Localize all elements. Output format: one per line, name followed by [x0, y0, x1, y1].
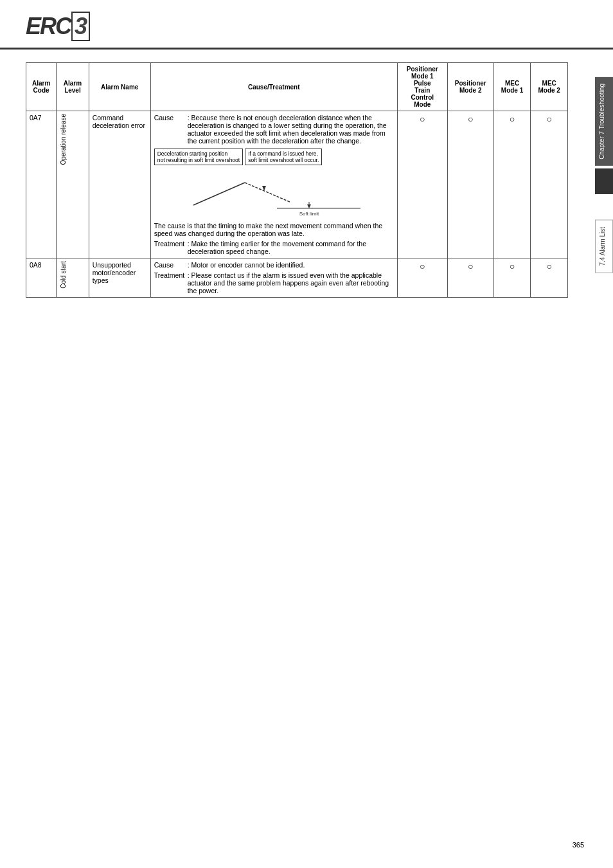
svg-line-1 — [245, 183, 290, 202]
alarm-level-0a7: Operation release — [57, 111, 89, 258]
svg-marker-5 — [307, 204, 311, 208]
header-mec-mode1: MECMode 1 — [493, 63, 531, 111]
cause-text2-0a7: The cause is that the timing to make the… — [154, 222, 394, 237]
diagram-0a7: Deceleration starting positionnot result… — [154, 149, 394, 218]
cause-label: Cause — [154, 114, 186, 122]
sidebar-dark-block — [595, 168, 613, 194]
header-positioner-mode1: PositionerMode 1PulseTrainControlMode — [397, 63, 447, 111]
alarm-table: AlarmCode AlarmLevel Alarm Name Cause/Tr… — [26, 62, 568, 298]
positioner-mode1-0a8: ○ — [397, 258, 447, 298]
svg-text:Soft limit: Soft limit — [299, 211, 319, 217]
motion-diagram-svg: Soft limit — [181, 167, 367, 218]
section-label: 7.4 Alarm List — [595, 220, 613, 273]
alarm-level-text-0a8: Cold start — [60, 261, 67, 289]
right-sidebar: Chapter 7 Troubleshooting 7.4 Alarm List — [595, 0, 613, 868]
header-alarm-code: AlarmCode — [26, 63, 57, 111]
alarm-name-0a8: Unsupported motor/encoder types — [89, 258, 150, 298]
diagram-box1: Deceleration starting positionnot result… — [154, 149, 244, 165]
alarm-level-0a8: Cold start — [57, 258, 89, 298]
cause-treatment-0a8: Cause : Motor or encoder cannot be ident… — [150, 258, 397, 298]
page-number: 365 — [573, 841, 584, 849]
treatment-label-0a8: Treatment — [154, 271, 186, 279]
header-cause-treatment: Cause/Treatment — [150, 63, 397, 111]
alarm-code-0a8: 0A8 — [26, 258, 57, 298]
alarm-level-text: Operation release — [60, 114, 67, 165]
treatment-label-0a7: Treatment — [154, 240, 186, 248]
chapter-label: Chapter 7 Troubleshooting — [595, 77, 613, 166]
alarm-code-0a7: 0A7 — [26, 111, 57, 258]
mec-mode1-0a7: ○ — [493, 111, 531, 258]
mec-mode2-0a7: ○ — [531, 111, 568, 258]
header-positioner-mode2: PositionerMode 2 — [447, 63, 493, 111]
main-content: AlarmCode AlarmLevel Alarm Name Cause/Tr… — [0, 62, 594, 298]
alarm-name-0a7: Command deceleration error — [89, 111, 150, 258]
page-header: ERC3 — [0, 0, 613, 50]
header-alarm-level: AlarmLevel — [57, 63, 89, 111]
positioner-mode1-0a7: ○ — [397, 111, 447, 258]
svg-line-0 — [193, 183, 245, 205]
mec-mode1-0a8: ○ — [493, 258, 531, 298]
positioner-mode2-0a8: ○ — [447, 258, 493, 298]
table-row: 0A7 Operation release Command decelerati… — [26, 111, 568, 258]
mec-mode2-0a8: ○ — [531, 258, 568, 298]
diagram-box2: If a command is issued here,soft limit o… — [245, 149, 322, 165]
positioner-mode2-0a7: ○ — [447, 111, 493, 258]
treatment-text-0a7: : Make the timing earlier for the moveme… — [188, 240, 394, 255]
treatment-text-0a8: : Please contact us if the alarm is issu… — [188, 271, 394, 294]
header-alarm-name: Alarm Name — [89, 63, 150, 111]
cause-treatment-0a7: Cause : Because there is not enough dece… — [150, 111, 397, 258]
cause-text-0a7: : Because there is not enough decelerati… — [188, 114, 394, 145]
table-row: 0A8 Cold start Unsupported motor/encoder… — [26, 258, 568, 298]
cause-label-0a8: Cause — [154, 261, 186, 269]
logo: ERC3 — [26, 12, 90, 41]
cause-text-0a8: : Motor or encoder cannot be identified. — [188, 261, 305, 269]
header-mec-mode2: MECMode 2 — [531, 63, 568, 111]
